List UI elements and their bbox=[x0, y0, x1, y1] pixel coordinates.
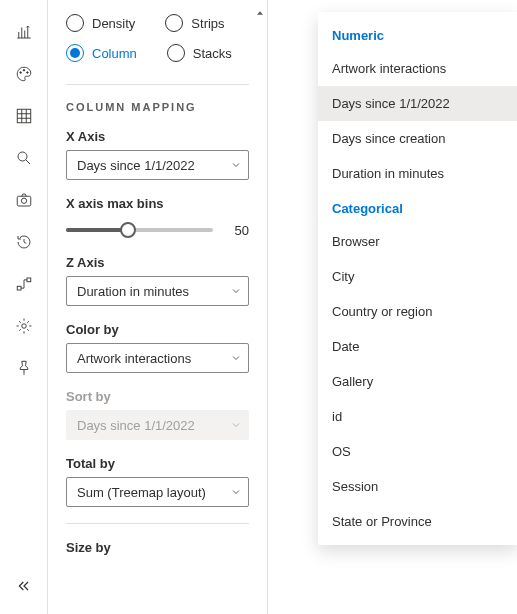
bar-chart-icon bbox=[15, 23, 33, 41]
svg-rect-8 bbox=[27, 278, 31, 282]
sidebar-flow[interactable] bbox=[4, 264, 44, 304]
gear-icon bbox=[15, 317, 33, 335]
select-value: Days since 1/1/2022 bbox=[77, 418, 195, 433]
z-axis-select[interactable]: Duration in minutes bbox=[66, 276, 249, 306]
radio-icon bbox=[66, 14, 84, 32]
radio-label: Column bbox=[92, 46, 137, 61]
radio-icon bbox=[165, 14, 183, 32]
select-value: Artwork interactions bbox=[77, 351, 191, 366]
radio-label: Density bbox=[92, 16, 135, 31]
dropdown-section-numeric: Numeric bbox=[318, 18, 517, 51]
dropdown-item[interactable]: Session bbox=[318, 469, 517, 504]
sort-by-select: Days since 1/1/2022 bbox=[66, 410, 249, 440]
radio-icon bbox=[167, 44, 185, 62]
field-label: Sort by bbox=[66, 389, 249, 404]
dropdown-item[interactable]: Country or region bbox=[318, 294, 517, 329]
svg-point-2 bbox=[26, 72, 28, 74]
svg-point-1 bbox=[23, 70, 25, 72]
sidebar-history[interactable] bbox=[4, 222, 44, 262]
select-value: Sum (Treemap layout) bbox=[77, 485, 206, 500]
chevron-double-left-icon bbox=[16, 578, 32, 594]
dropdown-item[interactable]: State or Province bbox=[318, 504, 517, 539]
svg-point-4 bbox=[18, 152, 27, 161]
svg-point-9 bbox=[21, 324, 26, 329]
sidebar-palette[interactable] bbox=[4, 54, 44, 94]
dropdown-item[interactable]: id bbox=[318, 399, 517, 434]
dropdown-section-categorical: Categorical bbox=[318, 191, 517, 224]
svg-rect-7 bbox=[17, 286, 21, 290]
chart-type-column[interactable]: Column bbox=[66, 40, 137, 66]
field-label: X Axis bbox=[66, 129, 249, 144]
chart-type-density[interactable]: Density bbox=[66, 10, 135, 36]
properties-panel: Density Strips Column Stacks COLUMN MAPP… bbox=[48, 0, 268, 614]
pin-icon bbox=[15, 359, 33, 377]
history-icon bbox=[15, 233, 33, 251]
svg-point-6 bbox=[21, 198, 26, 203]
chevron-down-icon bbox=[230, 486, 242, 498]
field-label: Size by bbox=[66, 540, 249, 555]
color-by-select[interactable]: Artwork interactions bbox=[66, 343, 249, 373]
field-label: X axis max bins bbox=[66, 196, 249, 211]
field-x-axis: X Axis Days since 1/1/2022 bbox=[66, 129, 249, 180]
sidebar-settings[interactable] bbox=[4, 306, 44, 346]
radio-label: Stacks bbox=[193, 46, 232, 61]
radio-label: Strips bbox=[191, 16, 224, 31]
radio-icon bbox=[66, 44, 84, 62]
divider bbox=[66, 84, 249, 85]
field-label: Color by bbox=[66, 322, 249, 337]
chevron-down-icon bbox=[230, 159, 242, 171]
dropdown-item[interactable]: Gallery bbox=[318, 364, 517, 399]
field-z-axis: Z Axis Duration in minutes bbox=[66, 255, 249, 306]
x-axis-select[interactable]: Days since 1/1/2022 bbox=[66, 150, 249, 180]
flow-icon bbox=[15, 275, 33, 293]
section-header: COLUMN MAPPING bbox=[66, 101, 249, 113]
dropdown-item[interactable]: Date bbox=[318, 329, 517, 364]
palette-icon bbox=[15, 65, 33, 83]
collapse-sidebar-button[interactable] bbox=[4, 566, 44, 606]
field-label: Total by bbox=[66, 456, 249, 471]
slider-value: 50 bbox=[225, 223, 249, 238]
nav-sidebar bbox=[0, 0, 48, 614]
scroll-up-indicator[interactable] bbox=[257, 4, 263, 10]
search-icon bbox=[15, 149, 33, 167]
dropdown-item[interactable]: Browser bbox=[318, 224, 517, 259]
chevron-down-icon bbox=[230, 419, 242, 431]
dropdown-item[interactable]: Artwork interactions bbox=[318, 51, 517, 86]
field-sort-by: Sort by Days since 1/1/2022 bbox=[66, 389, 249, 440]
field-label: Z Axis bbox=[66, 255, 249, 270]
dropdown-item[interactable]: OS bbox=[318, 434, 517, 469]
field-picker-dropdown: Numeric Artwork interactions Days since … bbox=[318, 12, 517, 545]
sidebar-chart[interactable] bbox=[4, 12, 44, 52]
field-max-bins: X axis max bins 50 bbox=[66, 196, 249, 239]
dropdown-item[interactable]: Duration in minutes bbox=[318, 156, 517, 191]
dropdown-item[interactable]: City bbox=[318, 259, 517, 294]
field-size-by: Size by bbox=[66, 540, 249, 555]
chart-type-group: Density Strips Column Stacks bbox=[66, 10, 249, 66]
divider bbox=[66, 523, 249, 524]
chevron-down-icon bbox=[230, 352, 242, 364]
chart-type-stacks[interactable]: Stacks bbox=[167, 40, 232, 66]
dropdown-item[interactable]: Days since 1/1/2022 bbox=[318, 86, 517, 121]
camera-icon bbox=[15, 191, 33, 209]
select-value: Duration in minutes bbox=[77, 284, 189, 299]
field-total-by: Total by Sum (Treemap layout) bbox=[66, 456, 249, 507]
sidebar-pin[interactable] bbox=[4, 348, 44, 388]
max-bins-slider[interactable] bbox=[66, 221, 213, 239]
dropdown-item[interactable]: Days since creation bbox=[318, 121, 517, 156]
chevron-down-icon bbox=[230, 285, 242, 297]
field-color-by: Color by Artwork interactions bbox=[66, 322, 249, 373]
chart-type-strips[interactable]: Strips bbox=[165, 10, 224, 36]
svg-rect-3 bbox=[17, 109, 31, 123]
grid-icon bbox=[15, 107, 33, 125]
sidebar-search[interactable] bbox=[4, 138, 44, 178]
slider-thumb[interactable] bbox=[120, 222, 136, 238]
sidebar-grid[interactable] bbox=[4, 96, 44, 136]
svg-point-0 bbox=[19, 72, 21, 74]
total-by-select[interactable]: Sum (Treemap layout) bbox=[66, 477, 249, 507]
select-value: Days since 1/1/2022 bbox=[77, 158, 195, 173]
sidebar-snapshot[interactable] bbox=[4, 180, 44, 220]
